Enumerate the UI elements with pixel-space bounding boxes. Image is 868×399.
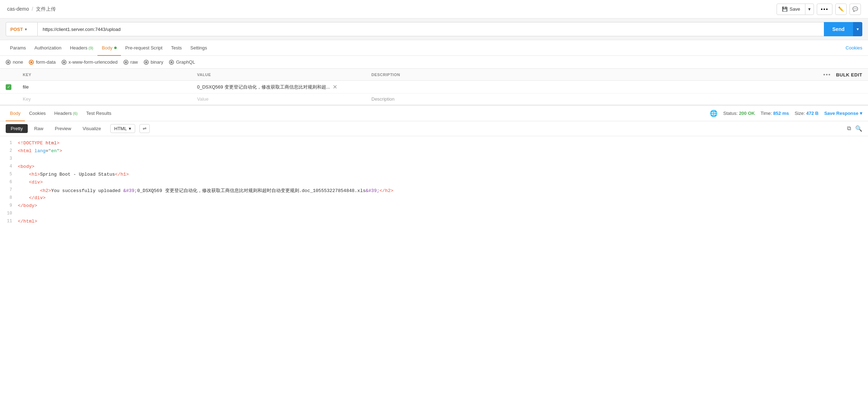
row-value-cell[interactable]: 0_DSXQ569 变更登记自动化，修改获取工商信息比对规则和超... ✕ (191, 81, 366, 94)
empty-row-actions (588, 94, 868, 105)
method-chevron: ▾ (25, 27, 27, 31)
comment-icon-button[interactable]: 💬 (850, 4, 861, 15)
body-type-raw[interactable]: raw (123, 59, 138, 65)
more-options-button[interactable]: ••• (817, 4, 832, 15)
save-response-button[interactable]: Save Response ▾ (824, 111, 862, 116)
response-tab-headers[interactable]: Headers (6) (50, 106, 82, 121)
tab-params[interactable]: Params (6, 40, 30, 56)
save-button[interactable]: 💾 Save ▾ (777, 4, 814, 15)
network-globe-icon: 🌐 (710, 110, 718, 117)
row-checkbox[interactable] (6, 84, 11, 90)
clear-value-button[interactable]: ✕ (333, 84, 337, 90)
empty-row-key[interactable]: Key (17, 94, 191, 105)
view-tab-visualize[interactable]: Visualize (78, 124, 106, 133)
size-label: Size: 472 B (795, 111, 819, 116)
edit-icon-button[interactable]: ✏️ (835, 4, 847, 15)
radio-none-label: none (13, 59, 23, 65)
top-bar: cas-demo / 文件上传 💾 Save ▾ ••• ✏️ 💬 (0, 0, 868, 18)
body-type-graphql[interactable]: GraphQL (169, 59, 195, 65)
code-line-1: 1 <!DOCTYPE html> (0, 140, 868, 148)
tab-headers-label: Headers (70, 45, 88, 50)
tab-tests[interactable]: Tests (167, 40, 186, 56)
response-tab-headers-label: Headers (54, 111, 72, 116)
page-title: 文件上传 (36, 6, 56, 12)
method-dropdown[interactable]: POST ▾ (6, 22, 38, 36)
code-line-5: 5 <h1>Spring Boot - Upload Status</h1> (0, 171, 868, 179)
tab-headers[interactable]: Headers (9) (66, 40, 98, 56)
body-active-dot (114, 47, 117, 49)
description-placeholder: Description (371, 96, 395, 102)
radio-binary-label: binary (151, 59, 163, 65)
radio-form-data-label: form-data (36, 59, 56, 65)
response-tab-body[interactable]: Body (6, 106, 25, 121)
edit-icon: ✏️ (838, 6, 844, 12)
tab-prerequest-label: Pre-request Script (125, 45, 163, 50)
tab-prerequest[interactable]: Pre-request Script (121, 40, 167, 56)
request-table: KEY VALUE DESCRIPTION ••• Bulk Edit file (0, 69, 868, 105)
table-row: file 0_DSXQ569 变更登记自动化，修改获取工商信息比对规则和超...… (0, 81, 868, 94)
view-tab-raw[interactable]: Raw (29, 124, 48, 133)
format-dropdown[interactable]: HTML ▾ (110, 124, 135, 133)
col-checkbox (0, 69, 17, 81)
view-tab-pretty[interactable]: Pretty (6, 124, 28, 133)
row-checkbox-cell[interactable] (0, 81, 17, 94)
radio-raw (123, 60, 128, 65)
body-type-bar: none form-data x-www-form-urlencoded raw… (0, 56, 868, 69)
bulk-edit-button[interactable]: Bulk Edit (836, 72, 862, 78)
code-line-6: 6 <div> (0, 179, 868, 187)
tab-authorization[interactable]: Authorization (30, 40, 66, 56)
method-label: POST (10, 27, 23, 32)
cookies-link[interactable]: Cookies (846, 45, 862, 50)
table-more-icon[interactable]: ••• (823, 71, 831, 78)
row-description-cell[interactable] (366, 81, 588, 94)
row-key-value: file (23, 84, 29, 90)
body-type-form-data[interactable]: form-data (29, 59, 56, 65)
response-tab-body-label: Body (10, 111, 21, 116)
response-tab-cookies[interactable]: Cookies (25, 106, 50, 121)
top-bar-actions: 💾 Save ▾ ••• ✏️ 💬 (777, 4, 861, 15)
send-button-group: Send ▾ (824, 22, 862, 36)
radio-graphql (169, 60, 174, 65)
tab-body[interactable]: Body (97, 40, 121, 56)
tab-tests-label: Tests (171, 45, 182, 50)
project-name[interactable]: cas-demo (7, 6, 29, 12)
status-code: 200 OK (739, 111, 755, 116)
response-section: Body Cookies Headers (6) Test Results 🌐 … (0, 105, 868, 257)
save-button-main[interactable]: 💾 Save (777, 4, 806, 15)
body-type-none[interactable]: none (6, 59, 23, 65)
row-actions-cell (588, 81, 868, 94)
response-status-bar: 🌐 Status: 200 OK Time: 852 ms Size: 472 … (710, 110, 862, 117)
send-dropdown-arrow[interactable]: ▾ (853, 22, 862, 36)
response-view-bar: Pretty Raw Preview Visualize HTML ▾ ⇌ ⧉ … (0, 121, 868, 136)
copy-button[interactable]: ⧉ (847, 125, 851, 132)
tab-settings[interactable]: Settings (186, 40, 211, 56)
request-tabs-bar: Params Authorization Headers (9) Body Pr… (0, 40, 868, 56)
search-button[interactable]: 🔍 (855, 125, 862, 132)
save-label: Save (790, 6, 800, 12)
body-type-urlencoded[interactable]: x-www-form-urlencoded (62, 59, 118, 65)
empty-row-value[interactable]: Value (191, 94, 366, 105)
value-placeholder: Value (197, 96, 208, 102)
radio-urlencoded-label: x-www-form-urlencoded (69, 59, 118, 65)
empty-row-description[interactable]: Description (366, 94, 588, 105)
send-button[interactable]: Send (824, 22, 853, 36)
save-dropdown-arrow[interactable]: ▾ (805, 4, 814, 15)
save-icon: 💾 (782, 6, 788, 12)
view-tab-preview[interactable]: Preview (50, 124, 76, 133)
save-response-chevron: ▾ (860, 111, 862, 116)
response-right-icons: ⧉ 🔍 (847, 125, 862, 132)
word-wrap-button[interactable]: ⇌ (139, 124, 150, 133)
headers-badge: (9) (89, 46, 93, 50)
empty-row-checkbox (0, 94, 17, 105)
response-tabs-bar: Body Cookies Headers (6) Test Results 🌐 … (0, 106, 868, 121)
code-line-9: 9 </body> (0, 202, 868, 210)
format-chevron: ▾ (129, 126, 131, 131)
body-type-binary[interactable]: binary (144, 59, 163, 65)
url-input[interactable] (38, 22, 824, 36)
response-tab-test-results[interactable]: Test Results (82, 106, 116, 121)
row-key-cell[interactable]: file (17, 81, 191, 94)
response-time: 852 ms (773, 111, 789, 116)
url-bar: POST ▾ Send ▾ (0, 18, 868, 40)
tab-authorization-label: Authorization (35, 45, 62, 50)
code-line-11: 11 </html> (0, 218, 868, 226)
